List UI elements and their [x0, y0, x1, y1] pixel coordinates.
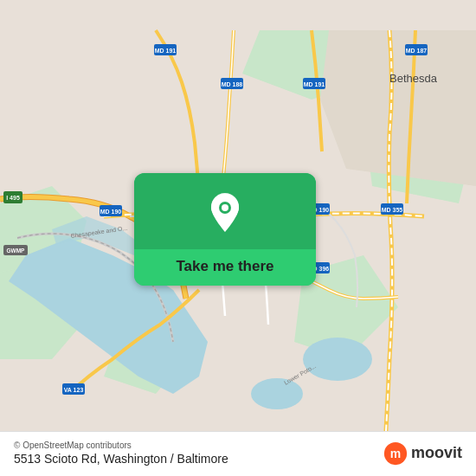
bottom-info: © OpenStreetMap contributors 5513 Scioto… — [14, 441, 228, 466]
address-label: 5513 Scioto Rd, Washington / Baltimore — [14, 452, 228, 466]
svg-point-40 — [222, 204, 228, 211]
svg-point-10 — [303, 338, 372, 381]
svg-text:MD 190: MD 190 — [100, 209, 122, 215]
svg-point-11 — [251, 378, 303, 409]
svg-text:I 495: I 495 — [6, 195, 20, 201]
moovit-icon: m — [383, 441, 408, 466]
svg-text:Bethesda: Bethesda — [389, 72, 438, 85]
button-icon-area — [134, 173, 316, 249]
map-attribution: © OpenStreetMap contributors — [14, 441, 228, 450]
svg-text:MD 191: MD 191 — [155, 48, 177, 54]
bottom-bar: © OpenStreetMap contributors 5513 Scioto… — [0, 431, 476, 476]
svg-text:MD 188: MD 188 — [222, 81, 243, 87]
svg-text:MD 187: MD 187 — [406, 48, 428, 54]
svg-text:MD 355: MD 355 — [382, 207, 403, 213]
take-me-there-label: Take me there — [134, 249, 316, 286]
svg-text:GWMP: GWMP — [7, 248, 26, 254]
svg-text:m: m — [390, 447, 401, 460]
location-pin-icon — [209, 192, 241, 234]
moovit-brand-name: moovit — [411, 444, 462, 462]
take-me-there-button[interactable]: Take me there — [134, 173, 316, 286]
moovit-logo: m moovit — [383, 441, 462, 466]
svg-text:MD 191: MD 191 — [304, 81, 325, 87]
svg-text:VA 123: VA 123 — [64, 387, 84, 393]
map-container: Chesapeake and O... Chesapeake and Ohio … — [0, 0, 476, 476]
